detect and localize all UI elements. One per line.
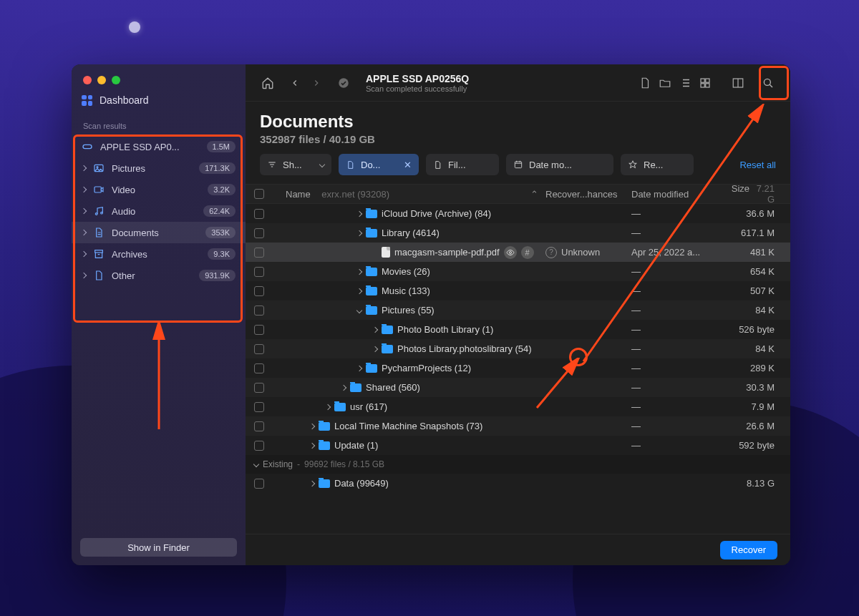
chevron-right-icon bbox=[81, 230, 87, 235]
row-name: Data (99649) bbox=[334, 478, 389, 489]
close-icon[interactable]: ✕ bbox=[404, 160, 412, 170]
chevron-right-icon[interactable] bbox=[356, 268, 362, 274]
table-row[interactable]: Library (4614) — 617.1 M bbox=[246, 223, 790, 243]
chevron-right-icon[interactable] bbox=[372, 326, 378, 332]
sidebar: Dashboard Scan results APPLE SSD AP0... … bbox=[72, 64, 246, 565]
home-button[interactable] bbox=[258, 74, 277, 92]
preview-eye-button[interactable] bbox=[504, 246, 517, 259]
sidebar-item-video[interactable]: Video 3.2K bbox=[72, 179, 246, 200]
video-icon bbox=[93, 184, 105, 195]
file-icon bbox=[93, 270, 105, 281]
chevron-right-icon[interactable] bbox=[356, 230, 362, 235]
column-recovery[interactable]: Recover...hances bbox=[545, 189, 631, 200]
view-file-button[interactable] bbox=[636, 74, 654, 92]
table-row[interactable]: Update (1) — 592 byte bbox=[246, 436, 790, 455]
chevron-right-icon[interactable] bbox=[356, 210, 362, 216]
column-size[interactable]: Size 7.21 G bbox=[724, 184, 782, 205]
table-row[interactable]: Music (133) — 507 K bbox=[246, 281, 790, 300]
row-checkbox[interactable] bbox=[254, 479, 264, 489]
table-row[interactable]: PycharmProjects (12) — 289 K bbox=[246, 358, 790, 378]
table-row[interactable]: Movies (26) — 654 K bbox=[246, 262, 790, 281]
table-row[interactable]: Shared (560) — 30.3 M bbox=[246, 378, 790, 397]
row-name: Photos Library.photoslibrary (54) bbox=[397, 343, 532, 354]
chevron-right-icon[interactable] bbox=[309, 423, 315, 429]
row-checkbox[interactable] bbox=[254, 286, 264, 296]
row-checkbox[interactable] bbox=[254, 209, 264, 219]
chevron-right-icon bbox=[81, 187, 87, 192]
sidebar-drive[interactable]: APPLE SSD AP0... 1.5M bbox=[72, 136, 246, 157]
folder-icon bbox=[319, 441, 330, 450]
reset-filters-link[interactable]: Reset all bbox=[739, 160, 776, 170]
table-row[interactable]: usr (617) — 7.9 M bbox=[246, 397, 790, 416]
sidebar-item-audio[interactable]: Audio 62.4K bbox=[72, 200, 246, 222]
sidebar-item-archives[interactable]: Archives 9.3K bbox=[72, 243, 246, 265]
chevron-right-icon[interactable] bbox=[356, 288, 362, 293]
filter-date-modified[interactable]: Date mo... bbox=[506, 154, 613, 175]
size-cell: 30.3 M bbox=[724, 382, 782, 393]
minimize-window-button[interactable] bbox=[97, 76, 106, 84]
row-checkbox[interactable] bbox=[254, 421, 264, 431]
view-list-button[interactable] bbox=[676, 74, 694, 92]
chevron-right-icon[interactable] bbox=[341, 384, 346, 390]
row-checkbox[interactable] bbox=[254, 441, 264, 451]
row-checkbox[interactable] bbox=[254, 383, 264, 393]
footer: Recover bbox=[246, 534, 790, 565]
page-subtitle: 352987 files / 40.19 GB bbox=[260, 133, 776, 145]
nav-back-button[interactable] bbox=[286, 74, 304, 92]
row-checkbox[interactable] bbox=[254, 248, 264, 258]
close-window-button[interactable] bbox=[83, 76, 92, 84]
row-checkbox[interactable] bbox=[254, 267, 264, 277]
date-cell: — bbox=[631, 440, 724, 451]
chevron-right-icon[interactable] bbox=[372, 346, 378, 351]
size-cell: 654 K bbox=[724, 266, 782, 277]
chevron-right-icon[interactable] bbox=[325, 404, 331, 409]
hex-view-button[interactable]: # bbox=[521, 246, 534, 259]
date-cell: — bbox=[631, 382, 724, 393]
row-checkbox[interactable] bbox=[254, 363, 264, 373]
view-columns-button[interactable] bbox=[729, 74, 747, 92]
row-name: usr (617) bbox=[350, 401, 387, 412]
view-folder-button[interactable] bbox=[656, 74, 674, 92]
column-name[interactable]: Name exrx.net (93208) ⌃ bbox=[276, 189, 545, 200]
select-all-checkbox[interactable] bbox=[254, 189, 264, 199]
chevron-right-icon[interactable] bbox=[309, 442, 315, 448]
maximize-window-button[interactable] bbox=[112, 76, 120, 84]
table-row[interactable]: Data (99649) 8.13 G bbox=[246, 474, 790, 493]
search-button[interactable] bbox=[759, 74, 777, 92]
filter-show[interactable]: Sh... bbox=[260, 154, 331, 175]
chevron-right-icon[interactable] bbox=[309, 480, 315, 486]
sidebar-item-label: Audio bbox=[112, 206, 135, 217]
row-checkbox[interactable] bbox=[254, 305, 264, 316]
chevron-down-icon[interactable] bbox=[356, 307, 362, 313]
row-name: Pictures (55) bbox=[382, 305, 435, 316]
date-cell: — bbox=[631, 266, 724, 277]
table-row[interactable]: macgasm-sample-pdf.pdf # ?Unknown Apr 25… bbox=[246, 243, 790, 262]
row-checkbox[interactable] bbox=[254, 402, 264, 412]
row-checkbox[interactable] bbox=[254, 228, 264, 238]
chevron-right-icon[interactable] bbox=[356, 365, 362, 371]
filter-document-type[interactable]: Do... ✕ bbox=[339, 154, 419, 175]
dashboard-link[interactable]: Dashboard bbox=[72, 94, 246, 112]
row-checkbox[interactable] bbox=[254, 344, 264, 354]
show-in-finder-button[interactable]: Show in Finder bbox=[80, 538, 237, 557]
sidebar-item-other[interactable]: Other 931.9K bbox=[72, 265, 246, 286]
recover-button[interactable]: Recover bbox=[720, 541, 777, 559]
filter-file[interactable]: Fil... bbox=[426, 154, 499, 175]
table-row[interactable]: Photos Library.photoslibrary (54) — 84 K bbox=[246, 339, 790, 358]
chevron-down-icon bbox=[253, 461, 259, 467]
column-date[interactable]: Date modified bbox=[631, 189, 724, 200]
sidebar-item-documents[interactable]: Documents 353K bbox=[72, 222, 246, 243]
view-grid-button[interactable] bbox=[696, 74, 714, 92]
row-checkbox[interactable] bbox=[254, 325, 264, 335]
table-row[interactable]: Local Time Machine Snapshots (73) — 26.6… bbox=[246, 416, 790, 436]
sidebar-item-pictures[interactable]: Pictures 171.3K bbox=[72, 157, 246, 179]
svg-rect-0 bbox=[83, 145, 92, 148]
table-row[interactable]: Photo Booth Library (1) — 526 byte bbox=[246, 320, 790, 339]
table-row[interactable]: iCloud Drive (Archive) (84) — 36.6 M bbox=[246, 204, 790, 223]
window-controls bbox=[72, 72, 246, 94]
existing-section-header[interactable]: Existing - 99692 files / 8.15 GB bbox=[246, 455, 790, 474]
main-panel: APPLE SSD AP0256Q Scan completed success… bbox=[246, 64, 790, 565]
nav-forward-button[interactable] bbox=[307, 74, 326, 92]
table-row[interactable]: Pictures (55) — 84 K bbox=[246, 300, 790, 320]
filter-recovery[interactable]: Re... bbox=[621, 154, 694, 175]
